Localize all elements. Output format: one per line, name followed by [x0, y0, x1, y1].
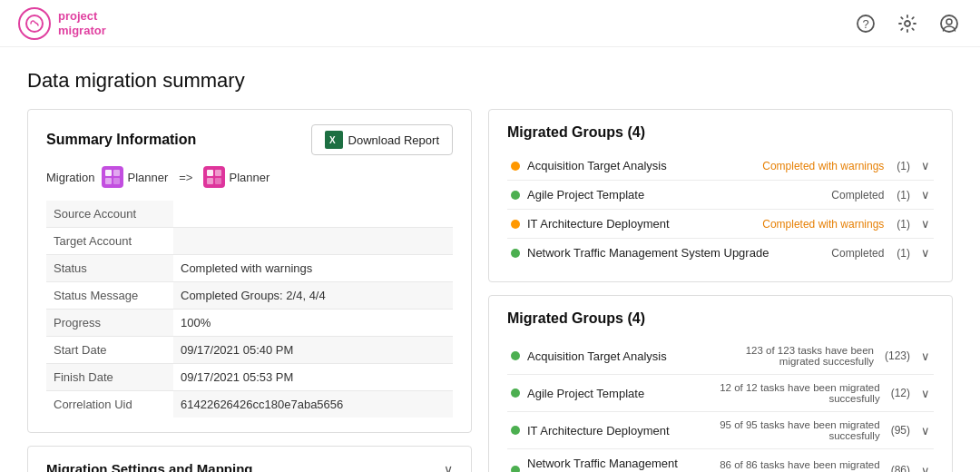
excel-icon: X: [325, 131, 343, 149]
status-dot: [511, 191, 520, 200]
group-status: Completed: [831, 189, 884, 202]
migration-bar: Migration: [46, 166, 453, 188]
status-dot: [511, 388, 520, 398]
groups-top-title-text: Migrated Groups: [507, 124, 623, 140]
row-value: 09/17/2021 05:40 PM: [173, 337, 453, 364]
task-text: 95 of 95 tasks have been migrated succes…: [707, 419, 879, 441]
migration-settings-card[interactable]: Migration Settings and Mapping ∨: [27, 446, 472, 472]
group-status: Completed with warnings: [762, 218, 884, 231]
logo-circle: [18, 7, 51, 40]
list-item: Acquisition Target Analysis 123 of 123 t…: [507, 338, 934, 374]
svg-point-0: [26, 15, 43, 32]
download-btn-label: Download Report: [348, 133, 439, 147]
svg-rect-7: [102, 166, 123, 188]
row-value: 61422626426cc180e7aba5656: [173, 391, 453, 418]
group-name: Network Traffic Management System Upgrad…: [527, 457, 700, 472]
target-planner: Planner: [203, 166, 270, 188]
table-row: Progress 100%: [46, 310, 453, 337]
status-dot: [511, 220, 520, 229]
status-dot: [511, 162, 520, 171]
summary-card: Summary Information X Download Report Mi…: [27, 109, 472, 433]
list-item: Network Traffic Management System Upgrad…: [507, 448, 934, 472]
logo-icon: [24, 14, 44, 34]
svg-rect-8: [105, 170, 112, 176]
logo-line1: project: [58, 9, 106, 24]
task-text: 123 of 123 tasks have been migrated succ…: [704, 345, 874, 367]
svg-point-3: [905, 21, 910, 26]
list-item: Network Traffic Management System Upgrad…: [507, 238, 934, 267]
svg-text:X: X: [329, 135, 336, 145]
right-column: Migrated Groups (4) Acquisition Target A…: [488, 109, 953, 472]
chevron-down-icon: ∨: [444, 462, 453, 473]
migrated-groups-bottom-card: Migrated Groups (4) Acquisition Target A…: [488, 295, 953, 472]
svg-rect-10: [105, 178, 112, 184]
group-name: Acquisition Target Analysis: [527, 349, 697, 363]
user-icon[interactable]: [936, 11, 962, 36]
settings-title: Migration Settings and Mapping: [46, 461, 253, 472]
arrow: =>: [175, 171, 196, 184]
page-title: Data migration summary: [27, 69, 953, 93]
row-value: 100%: [173, 310, 453, 337]
svg-rect-12: [203, 166, 225, 188]
group-status: Completed: [831, 247, 884, 260]
group-name: Acquisition Target Analysis: [527, 159, 755, 172]
expand-icon[interactable]: ∨: [921, 246, 930, 260]
logo: project migrator: [18, 7, 106, 40]
table-row: Start Date 09/17/2021 05:40 PM: [46, 337, 453, 364]
svg-rect-15: [207, 178, 213, 184]
summary-info-table: Source Account Target Account Status Com…: [46, 201, 453, 418]
group-name: IT Architecture Deployment: [527, 217, 755, 231]
svg-text:?: ?: [862, 17, 868, 31]
group-name: IT Architecture Deployment: [527, 424, 700, 438]
svg-rect-11: [113, 178, 120, 184]
task-text: 86 of 86 tasks have been migrated succes…: [707, 459, 879, 472]
groups-bottom-count: (4): [627, 310, 645, 326]
expand-icon[interactable]: ∨: [921, 387, 930, 400]
row-value: [173, 201, 453, 228]
list-item: Acquisition Target Analysis Completed wi…: [507, 152, 934, 180]
header-icons: ?: [853, 11, 962, 36]
group-status: Completed with warnings: [762, 160, 884, 172]
expand-icon[interactable]: ∨: [921, 217, 930, 231]
help-icon[interactable]: ?: [853, 11, 878, 36]
source-planner: Planner: [102, 166, 168, 188]
row-label: Correlation Uid: [46, 391, 173, 418]
row-label: Target Account: [46, 228, 173, 255]
settings-header[interactable]: Migration Settings and Mapping ∨: [46, 461, 453, 472]
table-row: Target Account: [46, 228, 453, 255]
group-count: (95): [891, 424, 910, 437]
planner-left-icon: [102, 166, 123, 188]
logo-line2: migrator: [58, 24, 106, 38]
download-report-button[interactable]: X Download Report: [311, 124, 453, 155]
migration-label: Migration: [46, 171, 94, 184]
status-dot: [511, 466, 520, 472]
row-label: Start Date: [46, 337, 173, 364]
table-row: Finish Date 09/17/2021 05:53 PM: [46, 364, 453, 391]
groups-top-list: Acquisition Target Analysis Completed wi…: [507, 152, 934, 267]
expand-icon[interactable]: ∨: [921, 424, 930, 438]
groups-bottom-title: Migrated Groups (4): [507, 310, 934, 327]
group-name: Agile Project Template: [527, 387, 700, 400]
target-planner-label: Planner: [229, 171, 270, 184]
summary-header: Summary Information X Download Report: [46, 124, 453, 155]
table-row: Correlation Uid 61422626426cc180e7aba565…: [46, 391, 453, 418]
settings-icon[interactable]: [895, 11, 920, 36]
group-count: (12): [891, 387, 910, 399]
table-row: Status Message Completed Groups: 2/4, 4/…: [46, 282, 453, 310]
row-label: Progress: [46, 310, 173, 337]
row-label: Finish Date: [46, 364, 173, 391]
svg-rect-9: [113, 170, 120, 176]
list-item: Agile Project Template 12 of 12 tasks ha…: [507, 374, 934, 411]
table-row: Source Account: [46, 201, 453, 228]
expand-icon[interactable]: ∨: [921, 349, 930, 363]
expand-icon[interactable]: ∨: [921, 464, 930, 473]
status-dot: [511, 249, 520, 258]
group-name: Agile Project Template: [527, 188, 824, 202]
svg-rect-16: [215, 178, 221, 184]
expand-icon[interactable]: ∨: [921, 159, 930, 172]
main-layout: Summary Information X Download Report Mi…: [27, 109, 953, 472]
groups-top-title: Migrated Groups (4): [507, 124, 934, 141]
group-count: (86): [891, 464, 910, 472]
group-count: (1): [897, 247, 910, 260]
expand-icon[interactable]: ∨: [921, 188, 930, 202]
